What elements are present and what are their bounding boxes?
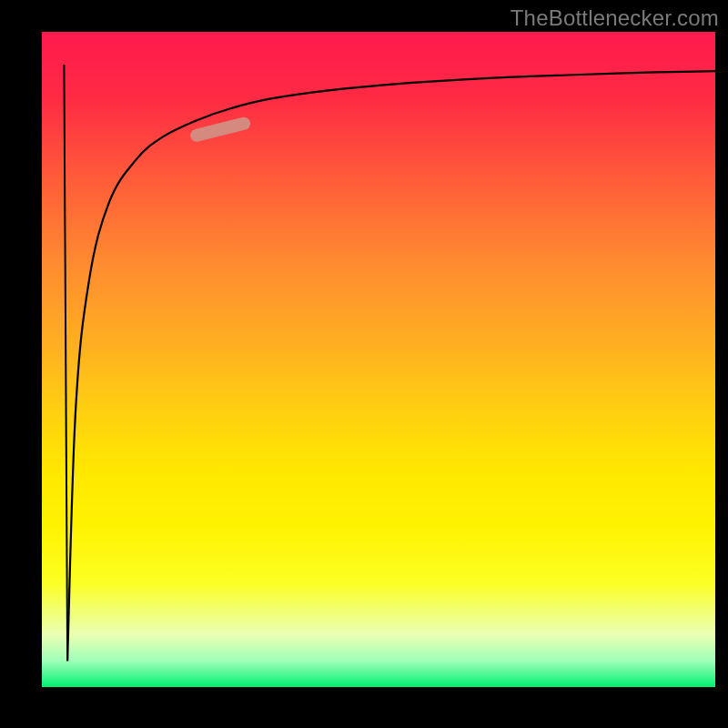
series-curve xyxy=(67,71,715,661)
watermark-text: TheBottlenecker.com xyxy=(511,5,719,31)
series-left-drop xyxy=(64,65,67,661)
highlight-segment xyxy=(197,124,244,136)
chart-canvas xyxy=(42,32,715,687)
